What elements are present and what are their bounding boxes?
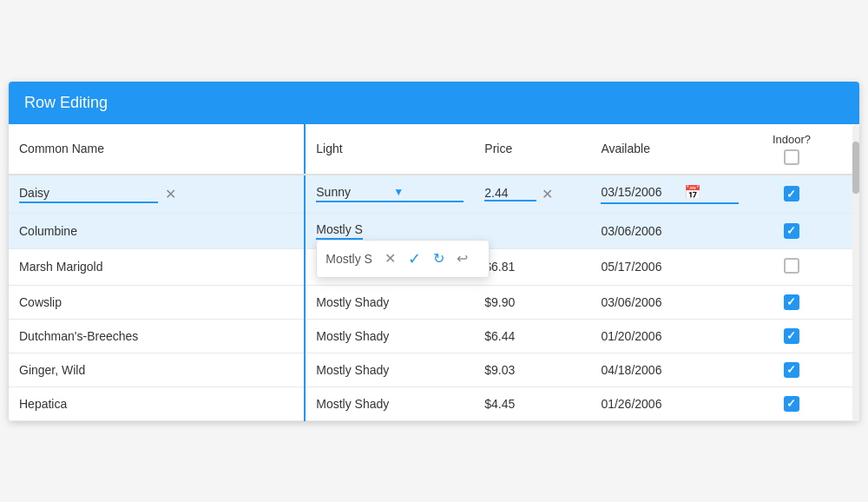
row-date: 01/20/2006	[590, 319, 749, 353]
row-name: Cowslip	[9, 285, 305, 319]
edit-name-cell: ✕	[9, 175, 305, 214]
table-row-columbine: Columbine Mostly S Mostly S ✕ ✓ ↻	[9, 213, 859, 248]
columbine-light-cell: Mostly S Mostly S ✕ ✓ ↻ ↩	[305, 213, 474, 248]
row-price: $9.03	[474, 353, 590, 386]
columbine-indoor-checkbox[interactable]	[784, 223, 799, 239]
grid-wrapper: Common Name Light Price Available Indoor…	[9, 124, 859, 421]
panel-title: Row Editing	[9, 82, 859, 124]
row-indoor	[749, 353, 834, 386]
indoor-checkbox[interactable]	[784, 362, 799, 378]
row-name: Ginger, Wild	[9, 353, 305, 386]
row-name: Dutchman's-Breeches	[9, 319, 305, 353]
table-row-editing: ✕ Sunny Mostly Sunny Mostly Shady Shady …	[9, 175, 859, 214]
columbine-indoor-cell	[749, 213, 834, 248]
data-grid: Common Name Light Price Available Indoor…	[9, 124, 859, 421]
edit-indoor-checkbox[interactable]	[784, 186, 799, 201]
col-header-price: Price	[474, 124, 590, 175]
row-name: Hepatica	[9, 386, 305, 420]
columbine-edit-popup: Mostly S ✕ ✓ ↻ ↩	[316, 240, 490, 278]
edit-name-clear-button[interactable]: ✕	[161, 186, 180, 202]
columbine-price-cell	[474, 213, 590, 248]
edit-price-input[interactable]	[484, 186, 536, 201]
indoor-checkbox[interactable]	[784, 328, 799, 344]
edit-light-select[interactable]: Sunny Mostly Sunny Mostly Shady Shady	[316, 185, 390, 199]
scrollbar[interactable]	[852, 124, 859, 421]
row-indoor	[749, 285, 834, 319]
popup-light-text: Mostly S	[326, 252, 378, 266]
row-indoor	[749, 248, 834, 285]
columbine-date-cell: 03/06/2006	[590, 213, 749, 248]
row-light: Mostly Shady	[305, 386, 474, 420]
table-row: Cowslip Mostly Shady $9.90 03/06/2006	[9, 285, 859, 319]
row-indoor	[749, 386, 834, 420]
table-row: Ginger, Wild Mostly Shady $9.03 04/18/20…	[9, 353, 859, 386]
indoor-checkbox[interactable]	[784, 258, 799, 274]
row-date: 01/26/2006	[590, 386, 749, 420]
light-dropdown-arrow-icon: ▼	[393, 186, 404, 198]
row-date: 05/17/2006	[590, 248, 749, 285]
row-price: $9.90	[474, 285, 590, 319]
row-light: Mostly Shady	[305, 353, 474, 386]
edit-light-cell: Sunny Mostly Sunny Mostly Shady Shady ▼	[305, 175, 474, 214]
indoor-checkbox[interactable]	[784, 396, 799, 412]
header-indoor-checkbox[interactable]	[784, 149, 799, 165]
edit-name-input[interactable]	[19, 184, 158, 203]
popup-refresh-button[interactable]: ↻	[428, 247, 450, 270]
table-row: Dutchman's-Breeches Mostly Shady $6.44 0…	[9, 319, 859, 353]
table-row: Hepatica Mostly Shady $4.45 01/26/2006	[9, 386, 859, 420]
edit-date-cell: 📅	[590, 175, 749, 214]
calendar-icon-button[interactable]: 📅	[684, 184, 701, 201]
col-header-name: Common Name	[9, 124, 305, 175]
row-price: $6.81	[474, 248, 590, 285]
row-date: 03/06/2006	[590, 285, 749, 319]
edit-indoor-cell	[749, 175, 834, 214]
row-light: Mostly Shady	[305, 319, 474, 353]
popup-confirm-button[interactable]: ✓	[403, 246, 426, 272]
edit-price-cell: ✕	[474, 175, 590, 214]
row-indoor	[749, 319, 834, 353]
row-name: Marsh Marigold	[9, 248, 305, 285]
edit-date-input[interactable]	[601, 185, 679, 199]
col-header-indoor: Indoor?	[749, 124, 834, 175]
col-header-available: Available	[590, 124, 749, 175]
row-date: 04/18/2006	[590, 353, 749, 386]
columbine-light-text: Mostly S	[316, 222, 363, 236]
row-price: $6.44	[474, 319, 590, 353]
row-price: $4.45	[474, 386, 590, 420]
row-light: Mostly Shady	[305, 285, 474, 319]
row-editing-panel: Row Editing Common Name Light Price Avai…	[9, 82, 859, 421]
edit-price-clear-button[interactable]: ✕	[540, 186, 555, 202]
col-header-light: Light	[305, 124, 474, 175]
columbine-name-cell: Columbine	[9, 213, 305, 248]
popup-undo-button[interactable]: ↩	[451, 247, 473, 270]
popup-cancel-button[interactable]: ✕	[379, 247, 401, 270]
scrollbar-thumb[interactable]	[852, 142, 859, 194]
indoor-checkbox[interactable]	[784, 294, 799, 310]
